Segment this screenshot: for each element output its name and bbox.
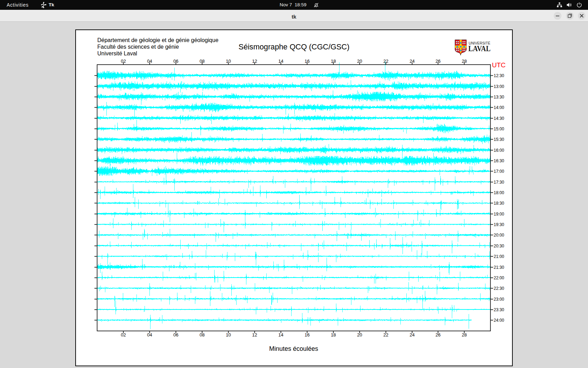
svg-text:23:00: 23:00 [494, 297, 504, 302]
svg-text:14:00: 14:00 [494, 105, 504, 110]
svg-text:18:00: 18:00 [494, 190, 504, 195]
svg-text:12: 12 [252, 59, 257, 64]
svg-text:12: 12 [252, 332, 257, 338]
svg-text:28: 28 [462, 332, 467, 338]
svg-text:10: 10 [226, 59, 231, 64]
svg-text:13:30: 13:30 [494, 95, 504, 100]
svg-text:16:00: 16:00 [494, 148, 504, 153]
svg-text:06: 06 [173, 59, 178, 64]
svg-text:04: 04 [147, 59, 152, 64]
svg-text:26: 26 [435, 59, 440, 64]
svg-text:Université Laval: Université Laval [97, 50, 137, 56]
svg-text:28: 28 [462, 59, 467, 64]
svg-text:16:30: 16:30 [494, 158, 504, 163]
svg-text:18: 18 [331, 332, 336, 338]
svg-text:12:30: 12:30 [494, 73, 504, 78]
svg-text:02: 02 [121, 332, 126, 338]
svg-text:19:00: 19:00 [494, 212, 504, 217]
svg-text:21:00: 21:00 [494, 254, 504, 259]
svg-text:Faculté des sciences et de gén: Faculté des sciences et de génie [97, 44, 179, 50]
svg-text:19:30: 19:30 [494, 222, 504, 227]
svg-text:UTC: UTC [492, 61, 506, 69]
svg-text:16: 16 [304, 59, 309, 64]
svg-text:23:30: 23:30 [494, 307, 504, 312]
svg-text:14: 14 [278, 332, 283, 338]
svg-text:06: 06 [173, 332, 178, 338]
svg-text:26: 26 [435, 332, 440, 338]
svg-text:24: 24 [410, 332, 414, 338]
svg-text:16: 16 [304, 332, 309, 338]
svg-text:14:30: 14:30 [494, 116, 504, 121]
svg-text:17:30: 17:30 [494, 180, 504, 185]
svg-text:Séismographe QCQ (CGC/GSC): Séismographe QCQ (CGC/GSC) [239, 42, 350, 51]
svg-text:18: 18 [331, 59, 336, 64]
svg-text:22:30: 22:30 [494, 286, 504, 291]
svg-text:22: 22 [383, 59, 388, 64]
svg-text:15:00: 15:00 [494, 127, 504, 131]
svg-text:22:00: 22:00 [494, 275, 504, 280]
svg-text:08: 08 [200, 332, 204, 338]
svg-text:24:00: 24:00 [494, 318, 504, 323]
svg-text:18:30: 18:30 [494, 201, 504, 206]
svg-text:22: 22 [383, 332, 388, 338]
svg-text:Minutes écoulées: Minutes écoulées [269, 345, 318, 352]
svg-text:20:30: 20:30 [494, 244, 504, 248]
svg-text:10: 10 [226, 332, 231, 338]
svg-text:04: 04 [147, 332, 152, 338]
svg-text:13:00: 13:00 [494, 84, 504, 89]
svg-text:15:30: 15:30 [494, 137, 504, 142]
svg-text:Département de géologie et de: Département de géologie et de génie géol… [97, 37, 218, 43]
svg-text:14: 14 [278, 59, 283, 64]
svg-text:20:00: 20:00 [494, 233, 504, 238]
svg-text:21:30: 21:30 [494, 265, 504, 270]
svg-text:LAVAL: LAVAL [468, 44, 491, 53]
svg-text:02: 02 [121, 59, 126, 64]
svg-text:24: 24 [410, 59, 414, 64]
svg-text:20: 20 [357, 59, 362, 64]
svg-text:08: 08 [200, 59, 204, 64]
svg-text:20: 20 [357, 332, 362, 338]
svg-text:17:00: 17:00 [494, 169, 504, 174]
